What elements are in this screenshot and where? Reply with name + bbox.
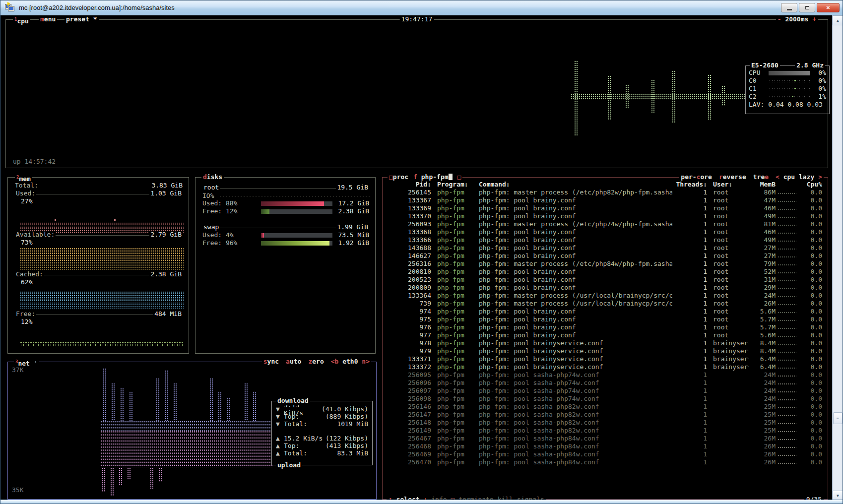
cpu-history-minigraph xyxy=(776,435,798,442)
per-core-toggle[interactable]: per-core xyxy=(681,173,712,181)
process-row[interactable]: 133369 php-fpm php-fpm: pool brainy.conf… xyxy=(389,204,823,212)
process-row[interactable]: 200523 php-fpm php-fpm: pool brainy.conf… xyxy=(389,276,823,284)
sort-next-button[interactable]: > xyxy=(818,173,822,181)
process-row[interactable]: 975 php-fpm php-fpm: pool brainy.conf 1 … xyxy=(389,315,823,323)
process-row[interactable]: 256467 php-fpm php-fpm: pool sasha-php84… xyxy=(389,435,823,442)
proc-table-header: Pid: Program: Command: Threads: User: Me… xyxy=(389,181,823,189)
proc-filter-field[interactable]: f php-fpm xyxy=(413,173,452,181)
cpu-history-minigraph xyxy=(776,371,798,379)
process-row[interactable]: 133370 php-fpm php-fpm: pool brainy.conf… xyxy=(389,212,823,220)
text-cursor xyxy=(449,174,453,180)
up-arrow-icon: ▲ xyxy=(276,449,284,457)
process-row[interactable]: 256468 php-fpm php-fpm: pool sasha-php84… xyxy=(389,442,823,450)
scrollbar[interactable]: ▲ ≡ ▼ xyxy=(832,15,843,501)
swap-free-bar xyxy=(261,241,332,246)
cpu-history-minigraph xyxy=(776,276,798,284)
process-row[interactable]: 979 php-fpm php-fpm: pool brainyservice.… xyxy=(389,347,823,355)
process-row[interactable]: 256149 php-fpm php-fpm: pool sasha-php82… xyxy=(389,427,823,435)
net-auto-button[interactable]: auto xyxy=(286,358,301,366)
process-row[interactable]: 133367 php-fpm php-fpm: pool brainy.conf… xyxy=(389,196,823,204)
process-row[interactable]: 133366 php-fpm php-fpm: pool brainy.conf… xyxy=(389,236,823,244)
reverse-toggle[interactable]: reverse xyxy=(719,173,746,181)
process-row[interactable]: 256145 php-fpm php-fpm: master process (… xyxy=(389,189,823,196)
interval-plus-button[interactable]: + xyxy=(812,15,816,23)
disk-used-bar xyxy=(261,201,332,206)
scrollbar-thumb[interactable]: ≡ xyxy=(833,412,843,424)
tree-toggle[interactable]: tree xyxy=(753,173,769,181)
process-row[interactable]: 143688 php-fpm php-fpm: pool brainy.conf… xyxy=(389,244,823,252)
cpu-history-minigraph xyxy=(776,315,798,323)
interval-minus-button[interactable]: - xyxy=(778,15,781,23)
process-row[interactable]: 256469 php-fpm php-fpm: pool sasha-php84… xyxy=(389,450,823,458)
cpu-model: E5-2680 xyxy=(750,62,780,69)
cpu-history-minigraph xyxy=(776,212,798,220)
cpu-history-minigraph xyxy=(776,387,798,395)
download-total-row: ▼ Total:1019 MiB xyxy=(272,420,372,428)
process-row[interactable]: 133372 php-fpm php-fpm: pool brainyservi… xyxy=(389,363,823,371)
iface-prev-button[interactable]: <b xyxy=(331,358,339,365)
terminal: 1cpu menu preset * 19:47:17 - 2000ms + E… xyxy=(3,15,832,501)
process-row[interactable]: 133364 php-fpm php-fpm: master process (… xyxy=(389,292,823,300)
net-sync-button[interactable]: sync xyxy=(263,358,279,366)
proc-box-title[interactable]: □proc xyxy=(389,173,408,181)
cpu-history-minigraph xyxy=(776,220,798,228)
cpu-box-title[interactable]: 1cpu xyxy=(13,15,30,25)
process-row[interactable]: 976 php-fpm php-fpm: pool brainy.conf 1 … xyxy=(389,323,823,331)
process-row[interactable]: 256093 php-fpm php-fpm: master process (… xyxy=(389,220,823,228)
down-arrow-icon: ▼ xyxy=(276,420,284,428)
cpu-box: 1cpu menu preset * 19:47:17 - 2000ms + E… xyxy=(5,19,828,168)
cpu-history-minigraph xyxy=(776,196,798,204)
mem-free-row: Free:484 MiB xyxy=(15,310,183,318)
process-row[interactable]: 739 php-fpm php-fpm: master process (/us… xyxy=(389,300,823,308)
process-row[interactable]: 133371 php-fpm php-fpm: pool brainyservi… xyxy=(389,355,823,363)
mem-available-percent: 73% xyxy=(21,239,32,247)
process-row[interactable]: 256148 php-fpm php-fpm: pool sasha-php82… xyxy=(389,419,823,427)
process-row[interactable]: 974 php-fpm php-fpm: pool brainy.conf 1 … xyxy=(389,308,823,315)
close-button[interactable]: ✕ xyxy=(817,3,840,12)
net-zero-button[interactable]: zero xyxy=(308,358,324,366)
cpu-meter xyxy=(769,71,810,75)
window-bottom-border xyxy=(0,500,843,504)
process-row[interactable]: 977 php-fpm php-fpm: pool brainy.conf 1 … xyxy=(389,331,823,339)
titlebar[interactable]: mc [root@a202.itdeveloper.com.ua]:/home/… xyxy=(0,0,843,15)
process-row[interactable]: 256470 php-fpm php-fpm: pool sasha-php84… xyxy=(389,458,823,466)
process-row[interactable]: 133368 php-fpm php-fpm: pool brainy.conf… xyxy=(389,228,823,236)
upload-label: upload xyxy=(276,461,302,469)
process-row[interactable]: 200809 php-fpm php-fpm: pool brainy.conf… xyxy=(389,284,823,292)
menu-button[interactable]: menu xyxy=(39,15,57,23)
process-row[interactable]: 256147 php-fpm php-fpm: pool sasha-php82… xyxy=(389,411,823,419)
process-row[interactable]: 256096 php-fpm php-fpm: pool sasha-php74… xyxy=(389,379,823,387)
process-row[interactable]: 256097 php-fpm php-fpm: pool sasha-php74… xyxy=(389,387,823,395)
iface-next-button[interactable]: n> xyxy=(362,358,370,365)
putty-icon xyxy=(5,3,15,12)
process-row[interactable]: 256098 php-fpm php-fpm: pool sasha-php74… xyxy=(389,395,823,403)
mem-total-row: Total:3.83 GiB xyxy=(15,182,183,189)
mem-used-percent: 27% xyxy=(21,197,32,205)
proc-filter-clear-button[interactable]: □ xyxy=(457,173,461,181)
disk-io-row: IO% xyxy=(202,192,370,200)
process-row[interactable]: 256095 php-fpm php-fpm: pool sasha-php74… xyxy=(389,371,823,379)
iface-name: eth0 xyxy=(342,358,358,365)
mem-cached-row: Cached:2.38 GiB xyxy=(15,270,183,278)
sort-prev-button[interactable]: < xyxy=(776,173,779,181)
maximize-button[interactable] xyxy=(799,3,815,12)
scrollbar-up-button[interactable]: ▲ xyxy=(833,15,843,25)
net-scale-bottom: 35K xyxy=(12,486,23,494)
preset-button[interactable]: preset * xyxy=(65,15,99,23)
process-row[interactable]: 256146 php-fpm php-fpm: pool sasha-php82… xyxy=(389,403,823,411)
up-arrow-icon: ▲ xyxy=(276,435,284,442)
process-row[interactable]: 978 php-fpm php-fpm: pool brainyservice.… xyxy=(389,339,823,347)
cpu-history-minigraph xyxy=(776,331,798,339)
cpu-history-minigraph xyxy=(776,442,798,450)
mem-free-percent: 12% xyxy=(21,318,32,326)
scrollbar-down-button[interactable]: ▼ xyxy=(833,491,843,501)
disks-box-title[interactable]: disks xyxy=(201,173,224,181)
minimize-button[interactable] xyxy=(781,3,797,12)
cpu-history-minigraph xyxy=(776,403,798,411)
cpu-history-minigraph xyxy=(776,323,798,331)
process-row[interactable]: 200810 php-fpm php-fpm: pool brainy.conf… xyxy=(389,268,823,276)
process-row[interactable]: 256316 php-fpm php-fpm: master process (… xyxy=(389,260,823,268)
process-row[interactable]: 146627 php-fpm php-fpm: pool brainy.conf… xyxy=(389,252,823,260)
upload-speed-row: ▲ 15.2 KiB/s(122 Kibps) xyxy=(272,435,372,442)
sort-switch: < cpu lazy > xyxy=(776,173,822,181)
